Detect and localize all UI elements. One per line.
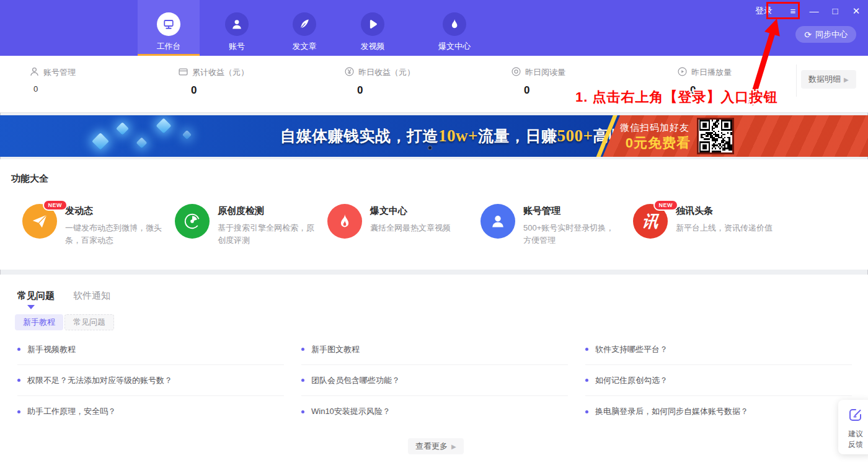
- banner-cube-decoration: [136, 137, 147, 148]
- section-title: 功能大全: [11, 173, 48, 185]
- faq-item[interactable]: 新手图文教程: [301, 334, 568, 365]
- stat-yesterday-plays: 昨日播放量 0: [678, 67, 732, 97]
- promo-banner[interactable]: 自媒体赚钱实战，打造10w+流量，日赚500+高收益玩法 微信扫码加好友 0元免…: [0, 115, 868, 157]
- tab-label: 发视频: [361, 41, 385, 52]
- tab-accounts[interactable]: 账号: [206, 0, 268, 56]
- menu-icon[interactable]: ≡: [787, 5, 799, 17]
- wechat-promo-text: 微信扫码加好友: [620, 122, 689, 134]
- stat-value: 0: [524, 84, 565, 97]
- bullet-icon: [585, 410, 588, 413]
- feature-card-duxun-toutiao[interactable]: 讯 NEW 独讯头条 新平台上线，资讯传递价值: [633, 204, 774, 239]
- stat-value: 0: [33, 84, 76, 94]
- features-section: 功能大全 NEW 发动态 一键发布动态到微博，微头条，百家动态 原创度检测 基于…: [0, 159, 868, 270]
- new-badge: NEW: [653, 200, 679, 211]
- feature-desc: 500+账号实时登录切换，方便管理: [523, 222, 621, 247]
- close-icon[interactable]: ✕: [851, 5, 862, 17]
- carousel-dot[interactable]: [428, 146, 432, 150]
- faq-section: 常见问题 软件通知 新手教程 常见问题 新手视频教程 权限不足？无法添加对应等级…: [0, 275, 868, 476]
- subtab-common-questions[interactable]: 常见问题: [64, 314, 114, 330]
- bullet-icon: [301, 410, 304, 413]
- app-header: 工作台 账号 发文章 发视频: [0, 0, 868, 56]
- faq-item[interactable]: 换电脑登录后，如何同步自媒体账号数据？: [585, 396, 852, 427]
- bullet-icon: [585, 379, 588, 382]
- banner-cube-decoration: [116, 122, 129, 135]
- feature-title: 发动态: [65, 205, 163, 217]
- subtab-beginner-tutorial[interactable]: 新手教程: [15, 314, 63, 330]
- flame-icon: [327, 204, 362, 239]
- reads-icon: [512, 67, 521, 78]
- tab-software-notices[interactable]: 软件通知: [73, 290, 110, 302]
- tab-label: 发文章: [293, 41, 317, 52]
- data-detail-button[interactable]: 数据明细 ▶: [801, 70, 856, 89]
- bullet-icon: [301, 348, 304, 351]
- stat-value: 0: [690, 84, 732, 97]
- feedback-float-button[interactable]: 建议 反馈: [838, 400, 868, 454]
- tab-common-questions[interactable]: 常见问题: [17, 290, 55, 302]
- tab-label: 工作台: [157, 41, 181, 52]
- faq-column: 软件支持哪些平台？ 如何记住原创勾选？ 换电脑登录后，如何同步自媒体账号数据？: [585, 334, 852, 427]
- feature-title: 账号管理: [523, 205, 621, 217]
- bullet-icon: [301, 379, 304, 382]
- sync-center-label: 同步中心: [815, 29, 848, 40]
- duxun-logo-icon: 讯 NEW: [633, 204, 668, 239]
- stat-total-income: 累计收益（元） 0: [179, 67, 249, 97]
- qr-code: [697, 118, 734, 154]
- divider: [796, 64, 797, 97]
- edit-pen-icon: [848, 407, 863, 425]
- faq-item[interactable]: 如何记住原创勾选？: [585, 365, 852, 396]
- faq-item[interactable]: 新手视频教程: [17, 334, 284, 365]
- caret-right-icon: ▶: [451, 443, 456, 450]
- tab-publish-article[interactable]: 发文章: [273, 0, 335, 56]
- faq-item[interactable]: 权限不足？无法添加对应等级的账号数？: [17, 365, 284, 396]
- banner-cube-decoration: [182, 130, 192, 140]
- feature-desc: 一键发布动态到微博，微头条，百家动态: [65, 222, 163, 247]
- article-feather-icon: [293, 12, 316, 36]
- card-icon: [179, 67, 188, 78]
- stat-value: 0: [191, 84, 249, 97]
- caret-right-icon: ▶: [844, 76, 849, 83]
- feature-card-hot-center[interactable]: 爆文中心 囊括全网最热文章视频: [327, 204, 468, 239]
- maximize-icon[interactable]: □: [830, 5, 841, 17]
- banner-cube-decoration: [92, 133, 109, 150]
- yen-circle-icon: [345, 67, 354, 78]
- feature-card-originality-check[interactable]: 原创度检测 基于搜索引擎全网检索，原创度评测: [175, 204, 316, 247]
- person-outline-icon: [30, 67, 39, 78]
- bullet-icon: [17, 379, 20, 382]
- stat-account-management: 账号管理 0: [30, 67, 76, 94]
- faq-column: 新手图文教程 团队会员包含哪些功能？ Win10安装提示风险？: [301, 334, 568, 427]
- sync-center-button[interactable]: ⟳ 同步中心: [795, 26, 856, 43]
- refresh-icon: ⟳: [804, 30, 812, 40]
- feature-card-account-management[interactable]: 账号管理 500+账号实时登录切换，方便管理: [480, 204, 621, 247]
- paper-plane-icon: NEW: [22, 204, 57, 239]
- minimize-icon[interactable]: —: [808, 5, 820, 17]
- feedback-label: 建议 反馈: [848, 429, 863, 450]
- feature-title: 原创度检测: [218, 205, 316, 217]
- account-icon: [225, 12, 249, 36]
- play-circle-icon: [678, 67, 687, 78]
- tab-hot-center[interactable]: 爆文中心: [423, 0, 485, 56]
- feature-card-post-moments[interactable]: NEW 发动态 一键发布动态到微博，微头条，百家动态: [22, 204, 163, 247]
- faq-column: 新手视频教程 权限不足？无法添加对应等级的账号数？ 助手工作原理，安全吗？: [17, 334, 284, 427]
- faq-item[interactable]: 团队会员包含哪些功能？: [301, 365, 568, 396]
- view-more-button[interactable]: 查看更多 ▶: [408, 438, 464, 454]
- video-play-icon: [361, 12, 384, 36]
- login-button[interactable]: 登录: [750, 4, 777, 18]
- tab-publish-video[interactable]: 发视频: [342, 0, 404, 56]
- faq-item[interactable]: 助手工作原理，安全吗？: [17, 396, 284, 427]
- bullet-icon: [17, 410, 20, 413]
- tab-workbench[interactable]: 工作台: [138, 0, 200, 56]
- free-watch-text: 0元免费看: [626, 134, 691, 152]
- app-window: 工作台 账号 发文章 发视频: [0, 0, 868, 476]
- workbench-icon: [157, 12, 180, 36]
- faq-item[interactable]: Win10安装提示风险？: [301, 396, 568, 427]
- bullet-icon: [585, 348, 588, 351]
- window-controls: 登录 ≡ — □ ✕: [750, 4, 862, 18]
- tab-label: 爆文中心: [438, 41, 471, 52]
- stat-yesterday-reads: 昨日阅读量 0: [512, 67, 565, 97]
- stats-bar: 账号管理 0 累计收益（元） 0 昨日收益（元） 0 昨日阅读量 0: [0, 56, 868, 113]
- faq-item[interactable]: 软件支持哪些平台？: [585, 334, 852, 365]
- stat-value: 0: [357, 84, 415, 97]
- tab-label: 账号: [229, 41, 245, 52]
- feature-desc: 基于搜索引擎全网检索，原创度评测: [218, 222, 316, 247]
- originality-gauge-icon: [175, 204, 210, 239]
